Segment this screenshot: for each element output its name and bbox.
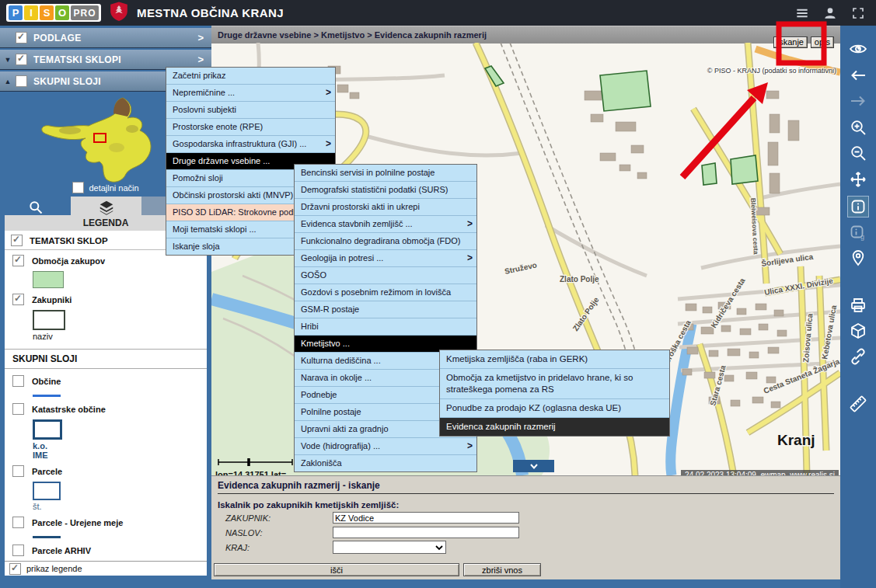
menu-item[interactable]: Začetni prikaz bbox=[166, 68, 335, 85]
identify-info-icon[interactable] bbox=[848, 197, 868, 217]
pan-icon[interactable] bbox=[848, 169, 868, 190]
submenu-arrow-icon: > bbox=[326, 85, 331, 101]
kraj-select[interactable] bbox=[333, 541, 446, 554]
menu-item[interactable]: Zaklonišča bbox=[295, 455, 476, 471]
podlage-checkbox[interactable] bbox=[16, 32, 27, 43]
legend-swatch bbox=[33, 271, 64, 288]
menu-item[interactable]: Bencinski servisi in polnilne postaje bbox=[295, 165, 476, 182]
naslov-label: NASLOV: bbox=[225, 528, 333, 538]
breadcrumb: Druge državne vsebine > Kmetijstvo > Evi… bbox=[211, 26, 840, 43]
skupni-checkbox[interactable] bbox=[16, 75, 27, 87]
layer-checkbox[interactable] bbox=[12, 517, 24, 528]
legend-swatch bbox=[33, 536, 61, 538]
locate-pin-icon[interactable] bbox=[848, 248, 868, 268]
show-legend-checkbox[interactable] bbox=[9, 563, 21, 575]
share-link-icon[interactable] bbox=[848, 346, 868, 367]
legend-footer: prikaz legende bbox=[5, 561, 207, 576]
zoom-in-icon[interactable] bbox=[848, 117, 868, 137]
view-3d-cube-icon[interactable] bbox=[848, 321, 868, 341]
street-label: Zlato Polje bbox=[560, 275, 599, 284]
legend-item-parcele: Parcele št. bbox=[12, 465, 199, 511]
legend-group-skupni: SKUPNI SLOJI bbox=[5, 349, 207, 369]
naslov-input[interactable] bbox=[333, 527, 519, 538]
menu-item[interactable]: GOŠO bbox=[295, 267, 476, 284]
menu-item[interactable]: Vode (hidrografija) ...> bbox=[295, 438, 476, 455]
measure-ruler-icon[interactable] bbox=[848, 394, 868, 414]
map-search-button[interactable]: iskanje bbox=[773, 37, 808, 48]
menu-item[interactable]: Geologija in potresi ...> bbox=[295, 250, 476, 267]
user-icon[interactable] bbox=[822, 5, 839, 22]
legend-item-parcele-urejene-meje: Parcele - Urejene meje bbox=[12, 517, 199, 538]
legend-item-katastrske-obcine: Katastrske občine k.o. IME bbox=[12, 403, 199, 460]
back-arrow-icon[interactable] bbox=[848, 65, 868, 85]
logo-letter: S bbox=[40, 5, 54, 20]
search-submit-button[interactable]: išči bbox=[214, 563, 459, 576]
menu-item[interactable]: Ponudbe za prodajo KZ (oglasna deska UE) bbox=[440, 399, 669, 418]
magnifier-icon bbox=[28, 200, 44, 215]
kraj-label: KRAJ: bbox=[225, 543, 333, 552]
panel-collapse-tab[interactable] bbox=[513, 460, 554, 472]
tab-search[interactable] bbox=[0, 197, 71, 217]
menu-item[interactable]: Gospodarska infrastruktura (GJI) ...> bbox=[166, 136, 335, 153]
menu-item[interactable]: Kmetijska zemljišča (raba in GERK) bbox=[440, 350, 669, 369]
logo-pro: PRO bbox=[71, 5, 99, 20]
submenu-arrow-icon: > bbox=[326, 136, 331, 152]
piso-gis-app: { "header": { "logo": {"letters": ["P","… bbox=[0, 0, 876, 588]
logo-letter: P bbox=[9, 5, 23, 20]
submenu-arrow-icon: > bbox=[467, 438, 473, 454]
legend-item-zakupniki: Zakupniki naziv bbox=[12, 294, 199, 341]
clear-input-button[interactable]: zbriši vnos bbox=[463, 563, 541, 576]
menu-icon[interactable] bbox=[794, 5, 811, 22]
detail-mode-checkbox[interactable] bbox=[72, 182, 84, 193]
legend-item-obcine: Občine bbox=[12, 375, 199, 397]
legend-swatch bbox=[33, 310, 65, 330]
map-timestamp: 24.02.2023 13:04:09, ewmap, www.realis.s… bbox=[681, 470, 839, 475]
layer-checkbox[interactable] bbox=[12, 255, 24, 266]
legend-swatch bbox=[33, 419, 62, 440]
municipality-title: MESTNA OBČINA KRANJ bbox=[137, 6, 284, 19]
menu-item[interactable]: Demografski statistični podatki (SURS) bbox=[295, 182, 476, 199]
expand-icon: ▲ bbox=[0, 78, 16, 85]
panel-title: Evidenca zakupnih razmerij - iskanje bbox=[218, 480, 834, 491]
legend-swatch bbox=[33, 482, 61, 500]
tematski-checkbox[interactable] bbox=[16, 54, 27, 65]
expand-right-icon: > bbox=[197, 32, 204, 43]
layer-checkbox[interactable] bbox=[12, 465, 24, 477]
tab-layers[interactable] bbox=[71, 197, 141, 217]
layer-checkbox[interactable] bbox=[12, 375, 24, 387]
menu-item[interactable]: Hribi bbox=[295, 318, 476, 336]
layer-checkbox[interactable] bbox=[12, 403, 24, 415]
menu-item[interactable]: Prostorske enote (RPE) bbox=[166, 119, 335, 136]
finder-label: Iskalnik po zakupnikih kmetijskih zemlji… bbox=[218, 500, 834, 510]
legend-panel: LEGENDA TEMATSKI SKLOP Območja zakupov Z… bbox=[5, 215, 207, 576]
app-header: P I S O PRO MESTNA OBČINA KRANJ bbox=[0, 0, 876, 26]
submenu-arrow-icon: > bbox=[467, 250, 473, 266]
zakupnik-input[interactable] bbox=[333, 512, 519, 524]
print-icon[interactable] bbox=[848, 295, 868, 315]
menu-item-active[interactable]: Evidenca zakupnih razmerij bbox=[440, 418, 669, 436]
map-description-button[interactable]: opis bbox=[811, 37, 834, 48]
menu-item[interactable]: GSM-R postaje bbox=[295, 301, 476, 318]
sidebar-section-podlage[interactable]: PODLAGE > bbox=[0, 28, 211, 48]
menu-item[interactable]: Nepremičnine ...> bbox=[166, 85, 335, 102]
fullscreen-icon[interactable] bbox=[850, 5, 867, 22]
menu-item[interactable]: Funkcionalno degradirana območja (FDO) bbox=[295, 233, 476, 250]
layer-checkbox[interactable] bbox=[12, 294, 24, 305]
logo-letter: I bbox=[24, 5, 38, 20]
visibility-eye-icon[interactable] bbox=[848, 39, 868, 59]
menu-item[interactable]: Evidenca stavbnih zemljišč ...> bbox=[295, 216, 476, 233]
city-label: Kranj bbox=[777, 432, 815, 448]
identify-group-icon[interactable]: g bbox=[848, 222, 868, 242]
menu-item[interactable]: Poslovni subjekti bbox=[166, 102, 335, 119]
group-checkbox[interactable] bbox=[11, 235, 23, 246]
zakupnik-label: ZAKUPNIK: bbox=[225, 513, 333, 523]
menu-level3: Kmetijska zemljišča (raba in GERK) Območ… bbox=[439, 350, 670, 437]
layer-checkbox[interactable] bbox=[12, 545, 24, 556]
piso-logo: P I S O PRO bbox=[6, 4, 101, 22]
forward-arrow-icon[interactable] bbox=[848, 91, 868, 111]
chevron-down-icon bbox=[529, 463, 539, 470]
zoom-out-icon[interactable] bbox=[848, 143, 868, 163]
menu-item[interactable]: Gozdovi s posebnim režimom in lovišča bbox=[295, 284, 476, 301]
menu-item[interactable]: Državni prostorski akti in ukrepi bbox=[295, 199, 476, 216]
menu-item[interactable]: Območja za kmetijstvo in pridelavo hrane… bbox=[440, 369, 669, 399]
